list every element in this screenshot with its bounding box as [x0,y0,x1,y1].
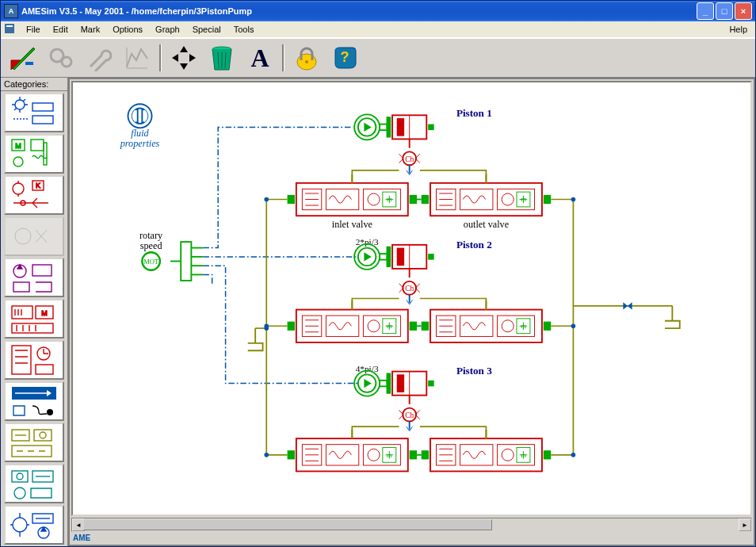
categories-label: Categories: [1,78,67,91]
svg-marker-9 [180,46,188,52]
inlet-sink[interactable] [248,328,263,350]
fluid-properties-label-2: properties [120,138,160,149]
category-grey-1[interactable] [4,216,64,256]
menu-help[interactable]: Help [723,23,754,36]
cam-1[interactable] [354,114,387,140]
svg-point-26 [13,157,23,166]
tool-plot[interactable] [121,43,153,73]
tool-trash[interactable] [206,43,238,73]
cam-3[interactable] [354,371,387,396]
svg-point-18 [305,60,308,63]
horizontal-scrollbar[interactable]: ◄ ► [71,518,752,532]
piston-3-block[interactable] [387,372,434,404]
hydraulic-lines [255,170,672,455]
svg-text:?: ? [341,49,349,65]
piston-1-block[interactable] [387,115,434,147]
categories-panel: Categories: M K M [1,78,68,546]
svg-point-52 [14,488,25,499]
offset-2-label: 2*pi/3 [356,237,379,247]
outlet-bowtie[interactable] [623,302,632,309]
rotary-label-1: rotary [139,230,163,241]
chamber-3[interactable] [399,408,420,431]
svg-marker-11 [172,54,178,62]
svg-rect-4 [25,62,33,65]
svg-rect-21 [32,103,53,111]
fluid-properties-block[interactable] [128,104,151,128]
offset-3-label: 4*pi/3 [356,364,379,373]
fluid-properties-label-1: fluid [131,128,149,139]
svg-rect-0 [5,24,14,33]
svg-point-6 [62,57,71,67]
category-mechanical-blue[interactable] [4,93,64,132]
minimize-button[interactable]: _ [697,2,714,20]
category-cooling-blue[interactable] [4,505,64,545]
svg-point-95 [571,323,576,328]
svg-marker-2 [13,48,35,70]
menu-mark[interactable]: Mark [74,23,106,36]
menu-graph[interactable]: Graph [149,23,186,36]
tool-move[interactable] [168,43,200,73]
tool-lock[interactable] [291,43,323,73]
app-icon: A [4,4,18,18]
tool-gears[interactable] [45,43,77,73]
menu-edit[interactable]: Edit [47,23,74,36]
inlet-valve-label: inlet valve [332,219,372,230]
piston-1-label: Piston 1 [456,107,492,119]
scroll-thumb[interactable] [83,519,492,530]
piston-2-block[interactable] [387,245,434,277]
svg-marker-12 [189,54,196,62]
scroll-right-arrow[interactable]: ► [739,518,751,531]
svg-rect-46 [34,430,52,441]
chamber-2[interactable] [399,281,420,304]
category-control-red[interactable]: K [4,175,64,215]
diagram-canvas[interactable]: Ch [71,81,752,516]
chamber-1[interactable] [399,151,420,174]
svg-rect-39 [12,323,53,333]
menu-file[interactable]: File [20,23,47,36]
category-powertrain-teal[interactable] [4,464,64,503]
cam-2[interactable] [354,244,387,270]
motor-block[interactable] [142,252,160,270]
tool-annotate[interactable]: A [244,43,276,73]
svg-point-97 [264,326,269,331]
category-source-blue[interactable] [4,381,64,421]
outlet-sink[interactable] [665,306,680,328]
svg-text:M: M [15,142,21,150]
category-electric-olive[interactable] [4,423,64,462]
svg-point-96 [571,453,576,457]
svg-point-53 [13,518,27,532]
svg-text:M: M [41,309,48,317]
svg-rect-27 [44,143,47,165]
svg-point-91 [264,197,269,202]
category-thermal-red[interactable] [4,340,64,380]
close-button[interactable]: × [735,2,752,20]
category-hydraulic-purple[interactable] [4,258,64,297]
junction-nodes [264,197,575,457]
category-pneumatic-red[interactable]: M [4,299,64,339]
menu-options[interactable]: Options [106,23,149,36]
system-menu-icon[interactable] [2,21,20,37]
svg-point-50 [17,473,23,480]
svg-text:K: K [36,182,40,189]
menu-tools[interactable]: Tools [227,23,261,36]
svg-point-32 [15,228,31,244]
category-signal-green[interactable]: M [4,134,64,174]
tool-wrench[interactable] [83,43,115,73]
svg-point-94 [571,197,576,202]
maximize-button[interactable]: □ [716,2,733,20]
svg-rect-25 [31,140,44,151]
outlet-valve-label: outlet valve [464,219,509,230]
status-text: AME [73,534,90,542]
sub-window: Ch [68,78,755,546]
svg-rect-49 [12,471,28,482]
svg-rect-35 [13,282,29,292]
tool-sketch[interactable] [7,43,39,73]
svg-rect-1 [6,25,13,27]
svg-point-47 [40,432,46,438]
menu-special[interactable]: Special [186,23,227,36]
mux-block[interactable] [170,242,203,281]
piston-3-label: Piston 3 [456,365,492,377]
tool-help[interactable]: ? [329,43,361,73]
svg-point-30 [13,183,24,194]
svg-rect-22 [32,116,53,124]
